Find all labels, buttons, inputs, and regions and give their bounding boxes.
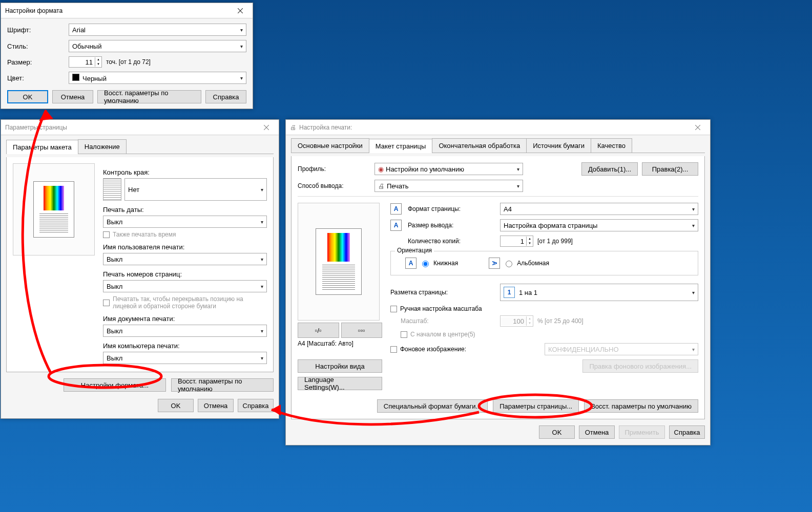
spin-down[interactable]: ▼ bbox=[95, 62, 101, 67]
chevron-down-icon: ▾ bbox=[240, 44, 243, 49]
size-spinner[interactable]: ▲▼ bbox=[69, 56, 102, 68]
restore-defaults-button[interactable]: Восст. параметры по умолчанию bbox=[171, 378, 274, 392]
tab-main-settings[interactable]: Основные настройки bbox=[291, 138, 369, 153]
font-label: Шрифт: bbox=[7, 26, 69, 34]
print-compname-select[interactable]: Выкл▾ bbox=[103, 352, 267, 364]
page-format-select[interactable]: A4▾ bbox=[500, 203, 698, 215]
close-button[interactable] bbox=[688, 121, 708, 134]
format-settings-button[interactable]: Настройки формата... bbox=[64, 378, 166, 392]
chevron-down-icon: ▾ bbox=[692, 290, 695, 295]
style-select[interactable]: Обычный▾ bbox=[69, 40, 246, 52]
output-method-select[interactable]: 🖨Печать ▾ bbox=[374, 180, 523, 192]
scale-spinner: ▲▼ bbox=[500, 315, 533, 327]
restore-defaults-button[interactable]: Восст. параметры по умолчанию bbox=[584, 399, 698, 413]
dialog-title: Параметры страницы bbox=[5, 124, 67, 131]
spin-up[interactable]: ▲ bbox=[527, 237, 533, 241]
chevron-down-icon: ▾ bbox=[261, 219, 263, 225]
copies-input[interactable] bbox=[501, 238, 526, 245]
chevron-down-icon: ▾ bbox=[261, 328, 263, 334]
color-label: Цвет: bbox=[7, 74, 69, 82]
output-size-label: Размер вывода: bbox=[408, 222, 500, 229]
language-settings-button[interactable]: Language Settings(W)... bbox=[298, 377, 382, 390]
preview-caption: A4 [Масштаб: Авто] bbox=[298, 340, 382, 347]
bg-image-edit-button: Правка фонового изображения... bbox=[582, 359, 698, 373]
chevron-down-icon: ▾ bbox=[517, 183, 519, 189]
print-icon: 🖨 bbox=[378, 182, 385, 190]
print-compname-label: Имя компьютера печати: bbox=[103, 342, 267, 350]
cancel-button[interactable]: Отмена bbox=[52, 90, 93, 103]
close-button[interactable] bbox=[230, 4, 251, 17]
profile-select[interactable]: ◉Настройки по умолчанию ▾ bbox=[374, 163, 523, 175]
color-swatch bbox=[72, 74, 79, 81]
help-button[interactable]: Справка bbox=[205, 90, 246, 103]
view-settings-button[interactable]: Настройки вида bbox=[298, 359, 382, 373]
print-username-select[interactable]: Выкл▾ bbox=[103, 253, 267, 265]
size-label: Размер: bbox=[7, 58, 69, 66]
page-params-button[interactable]: Параметры страницы... bbox=[493, 399, 579, 413]
tab-layout-params[interactable]: Параметры макета bbox=[6, 140, 78, 154]
tab-overlay[interactable]: Наложение bbox=[78, 139, 127, 154]
print-username-label: Имя пользователя печати: bbox=[103, 243, 267, 251]
print-settings-dialog: 🖨 Настройка печати: Основные настройки М… bbox=[285, 119, 711, 445]
spin-up[interactable]: ▲ bbox=[95, 57, 101, 62]
add-profile-button[interactable]: Добавить(1)... bbox=[581, 162, 638, 176]
tab-finishing[interactable]: Окончательная обработка bbox=[432, 138, 527, 153]
print-pagenum-select[interactable]: Выкл▾ bbox=[103, 280, 267, 292]
page-layout-select[interactable]: 11 на 1 ▾ bbox=[500, 284, 698, 301]
special-paper-button[interactable]: Специальный формат бумаги... bbox=[377, 399, 488, 413]
output-method-label: Способ вывода: bbox=[298, 182, 374, 189]
page-format-icon: A bbox=[390, 203, 402, 215]
close-icon bbox=[238, 8, 243, 13]
ok-button[interactable]: OK bbox=[7, 90, 48, 103]
preview-mode-2[interactable]: ▫▫▫ bbox=[341, 323, 383, 338]
copies-spinner[interactable]: ▲▼ bbox=[500, 236, 533, 247]
close-icon bbox=[695, 125, 700, 130]
scale-input bbox=[501, 317, 526, 325]
preview-rainbow bbox=[327, 233, 350, 262]
tab-quality[interactable]: Качество bbox=[591, 138, 632, 153]
preview-rainbow bbox=[44, 186, 64, 210]
restore-defaults-button[interactable]: Восст. параметры по умолчанию bbox=[97, 90, 201, 103]
preview-lines bbox=[322, 265, 355, 290]
chevron-down-icon: ▾ bbox=[261, 355, 263, 361]
edit-profile-button[interactable]: Правка(2)... bbox=[642, 162, 698, 176]
output-size-select[interactable]: Настройка формата страницы▾ bbox=[500, 219, 698, 231]
chevron-down-icon: ▾ bbox=[692, 206, 695, 212]
chevron-down-icon: ▾ bbox=[517, 166, 519, 172]
print-pagenum-label: Печать номеров страниц: bbox=[103, 270, 267, 278]
portrait-radio[interactable]: A Книжная bbox=[405, 258, 458, 269]
size-input[interactable] bbox=[69, 58, 95, 66]
dialog-title: Настройка печати: bbox=[299, 124, 352, 131]
close-icon bbox=[264, 125, 269, 130]
ok-button[interactable]: OK bbox=[158, 399, 194, 412]
chevron-down-icon: ▾ bbox=[692, 223, 695, 228]
ok-button[interactable]: OK bbox=[539, 425, 575, 439]
profile-label: Профиль: bbox=[298, 165, 374, 173]
spin-down[interactable]: ▼ bbox=[527, 241, 533, 246]
help-button[interactable]: Справка bbox=[669, 425, 705, 439]
edge-select[interactable]: Нет▾ bbox=[124, 178, 267, 201]
landscape-radio[interactable]: A Альбомная bbox=[489, 258, 549, 269]
edge-icon bbox=[103, 178, 121, 201]
output-size-icon: A bbox=[390, 220, 402, 231]
page-preview bbox=[298, 203, 380, 321]
cancel-button[interactable]: Отмена bbox=[198, 399, 234, 412]
chevron-down-icon: ▾ bbox=[261, 257, 263, 262]
cancel-button[interactable]: Отмена bbox=[579, 425, 615, 439]
style-label: Стиль: bbox=[7, 42, 69, 50]
preview-mode-1[interactable]: ▫/▫ bbox=[298, 323, 339, 338]
dialog-title: Настройки формата bbox=[5, 7, 63, 14]
format-settings-dialog: Настройки формата Шрифт: Arial▾ Стиль: О… bbox=[1, 3, 253, 109]
print-date-select[interactable]: Выкл▾ bbox=[103, 216, 267, 228]
close-button[interactable] bbox=[256, 121, 277, 134]
bg-image-checkbox[interactable]: Фоновое изображение: bbox=[390, 346, 466, 353]
tab-page-layout[interactable]: Макет страницы bbox=[369, 139, 433, 153]
manual-scale-checkbox[interactable]: Ручная настройка масштаба bbox=[390, 305, 698, 312]
chevron-down-icon: ▾ bbox=[240, 27, 243, 33]
color-select[interactable]: Черный ▾ bbox=[69, 72, 246, 84]
tab-paper-source[interactable]: Источник бумаги bbox=[526, 138, 591, 153]
font-select[interactable]: Arial▾ bbox=[69, 24, 246, 36]
size-hint: точ. [от 1 до 72] bbox=[106, 58, 151, 66]
help-button[interactable]: Справка bbox=[238, 399, 274, 412]
print-docname-select[interactable]: Выкл▾ bbox=[103, 325, 267, 337]
